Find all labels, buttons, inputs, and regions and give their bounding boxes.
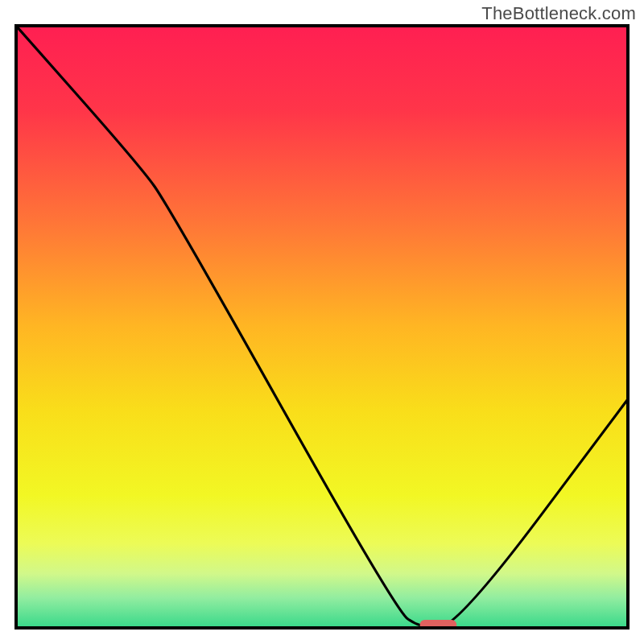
watermark-text: TheBottleneck.com <box>481 3 636 24</box>
plot-area <box>14 24 630 630</box>
chart-svg <box>14 24 630 630</box>
chart-container: TheBottleneck.com <box>0 0 644 644</box>
gradient-background <box>16 26 628 628</box>
